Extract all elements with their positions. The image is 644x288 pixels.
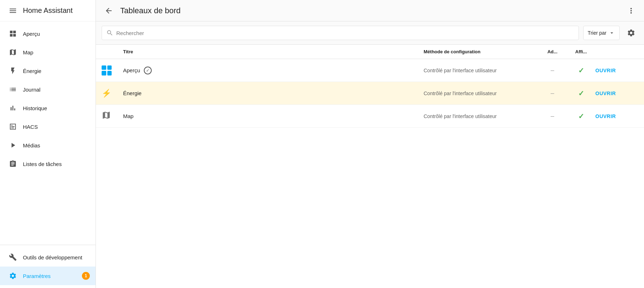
sidebar-item-journal-label: Journal <box>23 87 40 93</box>
sidebar-item-outils-label: Outils de développement <box>23 254 82 260</box>
sidebar-item-hacs[interactable]: HACS <box>0 117 96 136</box>
row-show-map: ✓ <box>567 112 595 121</box>
row-config-energie: Contrôlé par l'interface utilisateur <box>424 91 538 96</box>
sidebar-item-listes[interactable]: Listes de tâches <box>0 155 96 173</box>
main-content: Tableaux de bord Trier par Titre Méthode… <box>96 0 644 288</box>
hacs-icon <box>6 123 20 131</box>
show-check-icon: ✓ <box>578 67 584 74</box>
row-title-apercu: Aperçu ✓ <box>123 67 424 74</box>
main-header: Tableaux de bord <box>96 0 644 21</box>
sidebar-item-listes-label: Listes de tâches <box>23 161 62 167</box>
row-show-apercu: ✓ <box>567 66 595 75</box>
sidebar-item-outils[interactable]: Outils de développement <box>0 248 96 267</box>
sidebar-item-map[interactable]: Map <box>0 43 96 62</box>
table-row: ⚡ Énergie Contrôlé par l'interface utili… <box>96 82 644 105</box>
col-admin-header: Ad... <box>538 49 567 54</box>
wrench-icon <box>6 253 20 261</box>
sidebar-item-energie[interactable]: Énergie <box>0 62 96 80</box>
chevron-down-icon <box>609 30 615 36</box>
show-check-icon: ✓ <box>578 112 584 120</box>
gear-icon <box>6 272 20 280</box>
row-action-apercu: OUVRIR <box>595 67 638 74</box>
sidebar-item-apercu-label: Aperçu <box>23 31 40 37</box>
row-title-text: Aperçu <box>123 67 140 73</box>
map-row-icon <box>102 111 111 122</box>
app-title: Home Assistant <box>23 6 73 15</box>
sidebar-item-medias[interactable]: Médias <box>0 136 96 155</box>
sidebar-bottom: Outils de développement Paramètres 1 <box>0 245 96 288</box>
sidebar-item-hacs-label: HACS <box>23 124 38 130</box>
sidebar: Home Assistant Aperçu Map Énergie Jour <box>0 0 96 288</box>
row-icon-energie: ⚡ <box>102 89 123 98</box>
col-config-header: Méthode de configuration <box>424 49 538 54</box>
menu-icon[interactable] <box>6 4 20 18</box>
sidebar-item-parametres[interactable]: Paramètres 1 <box>0 267 96 285</box>
table-header: Titre Méthode de configuration Ad... Aff… <box>96 45 644 59</box>
back-button[interactable] <box>102 4 116 18</box>
row-admin-map: – <box>538 112 567 120</box>
sidebar-item-apercu[interactable]: Aperçu <box>0 24 96 43</box>
sort-label: Trier par <box>588 30 606 36</box>
header-actions <box>624 4 638 18</box>
clipboard-icon <box>6 160 20 168</box>
row-admin-energie: – <box>538 89 567 97</box>
row-icon-apercu <box>102 65 123 75</box>
more-button[interactable] <box>624 4 638 18</box>
col-show-header: Affi... <box>567 49 595 54</box>
sidebar-nav: Aperçu Map Énergie Journal Historique <box>0 21 96 245</box>
search-icon <box>106 29 113 36</box>
search-input[interactable] <box>116 30 574 36</box>
open-button-apercu[interactable]: OUVRIR <box>595 68 616 73</box>
sort-button[interactable]: Trier par <box>583 26 620 40</box>
sidebar-item-journal[interactable]: Journal <box>0 80 96 99</box>
bolt-icon <box>6 67 20 75</box>
row-show-energie: ✓ <box>567 89 595 98</box>
row-config-map: Contrôlé par l'interface utilisateur <box>424 113 538 119</box>
parametres-badge: 1 <box>82 272 90 280</box>
sidebar-header: Home Assistant <box>0 0 96 21</box>
grid-icon <box>6 30 20 38</box>
open-button-map[interactable]: OUVRIR <box>595 113 616 119</box>
table-row: Aperçu ✓ Contrôlé par l'interface utilis… <box>96 59 644 82</box>
settings-icon <box>627 29 635 37</box>
table-row: Map Contrôlé par l'interface utilisateur… <box>96 105 644 128</box>
open-button-energie[interactable]: OUVRIR <box>595 91 616 96</box>
bolt-row-icon: ⚡ <box>102 89 111 98</box>
row-config-apercu: Contrôlé par l'interface utilisateur <box>424 68 538 73</box>
row-admin-apercu: – <box>538 67 567 74</box>
check-circle-icon: ✓ <box>144 67 152 74</box>
sidebar-item-medias-label: Médias <box>23 142 40 148</box>
row-title-text: Map <box>123 113 133 119</box>
sidebar-item-parametres-label: Paramètres <box>23 273 51 279</box>
toolbar: Trier par <box>96 21 644 45</box>
row-action-map: OUVRIR <box>595 113 638 119</box>
row-title-map: Map <box>123 113 424 119</box>
row-action-energie: OUVRIR <box>595 90 638 97</box>
sidebar-item-energie-label: Énergie <box>23 68 42 74</box>
bar-chart-icon <box>6 104 20 112</box>
settings-button[interactable] <box>624 26 638 40</box>
sidebar-item-historique[interactable]: Historique <box>0 99 96 117</box>
play-icon <box>6 141 20 149</box>
list-icon <box>6 86 20 93</box>
map-icon <box>6 48 20 56</box>
search-box[interactable] <box>102 26 579 40</box>
apercu-grid-icon <box>102 65 112 75</box>
page-title: Tableaux de bord <box>120 6 181 15</box>
table-container: Titre Méthode de configuration Ad... Aff… <box>96 45 644 288</box>
row-title-energie: Énergie <box>123 90 424 96</box>
show-check-icon: ✓ <box>578 89 584 97</box>
row-icon-map <box>102 111 123 122</box>
sidebar-item-map-label: Map <box>23 49 33 55</box>
row-title-text: Énergie <box>123 90 142 96</box>
col-title-header: Titre <box>123 49 424 54</box>
sidebar-item-historique-label: Historique <box>23 105 47 111</box>
